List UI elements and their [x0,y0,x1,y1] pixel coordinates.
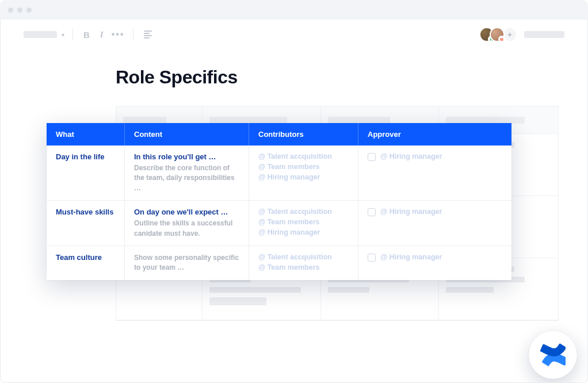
row-content-title[interactable]: On day one we'll expect … [134,208,239,216]
confluence-icon [540,342,566,367]
row-contributors: @ Talent accquisition @ Team members @ H… [249,201,358,246]
table-row: Day in the life In this role you'll get … [47,145,511,201]
plus-icon: + [507,30,512,39]
more-formatting-button[interactable]: ••• [112,29,125,40]
divider [133,29,133,40]
row-what-link[interactable]: Day in the life [56,152,105,161]
mention[interactable]: @ Hiring manager [380,253,442,261]
mention[interactable]: @ Talent accquisition [258,152,349,160]
avatar-badge: M [498,36,505,43]
table-header-row: What Content Contributors Approver [47,123,511,145]
header-contributors: Contributors [249,123,358,145]
editor-toolbar: ▾ B I ••• R M + [1,20,587,49]
chevron-down-icon[interactable]: ▾ [62,32,64,38]
bold-button[interactable]: B [81,30,92,40]
toolbar-right: R M + [479,27,564,42]
page-title: Role Specifics [116,67,587,88]
mention[interactable]: @ Team members [258,218,349,226]
row-approver: @ Hiring manager [358,201,511,246]
header-content: Content [125,123,249,145]
align-left-icon[interactable] [142,30,154,39]
divider [72,29,73,40]
mention[interactable]: @ Hiring manager [380,208,442,216]
mention[interactable]: @ Talent accquisition [258,253,349,261]
row-approver: @ Hiring manager [358,246,511,280]
row-content-title[interactable]: In this role you'll get … [134,152,239,161]
window-dot [26,7,32,13]
collaborator-avatars: R M + [479,27,517,42]
checkbox-icon[interactable] [368,254,376,262]
row-content-desc: Outline the skills a successful canidate… [134,219,239,239]
mention[interactable]: @ Hiring manager [380,152,442,160]
browser-chrome [0,0,588,20]
role-specifics-table: What Content Contributors Approver Day i… [47,123,511,280]
style-selector[interactable] [24,31,57,38]
toolbar-left: ▾ B I ••• [24,29,154,40]
row-content-desc: Describe the core function of the team, … [134,163,239,193]
row-what-link[interactable]: Team culture [56,253,102,262]
window-dot [8,7,13,13]
italic-button[interactable]: I [98,30,106,40]
row-contributors: @ Talent accquisition @ Team members @ H… [249,145,358,200]
toolbar-action-placeholder[interactable] [524,31,564,38]
mention[interactable]: @ Talent accquisition [258,208,349,216]
header-what: What [47,123,125,145]
app-window: ▾ B I ••• R M + [0,20,588,383]
row-what-link[interactable]: Must-have skills [56,208,113,216]
confluence-logo-button[interactable] [529,331,577,379]
table-row: Team culture Show some personality speci… [47,246,511,280]
mention[interactable]: @ Team members [258,163,349,171]
row-content-desc: Show some personality specific to your t… [134,253,239,273]
avatar[interactable]: M [490,27,505,42]
window-dot [17,7,22,13]
checkbox-icon[interactable] [368,208,376,216]
row-approver: @ Hiring manager [358,145,511,200]
row-contributors: @ Talent accquisition @ Team members [249,246,358,280]
checkbox-icon[interactable] [368,153,376,161]
mention[interactable]: @ Hiring manager [258,173,349,181]
content-area: Role Specifics [1,49,587,88]
header-approver: Approver [358,123,511,145]
table-row: Must-have skills On day one we'll expect… [47,201,511,246]
mention[interactable]: @ Hiring manager [258,228,349,236]
mention[interactable]: @ Team members [258,263,349,271]
